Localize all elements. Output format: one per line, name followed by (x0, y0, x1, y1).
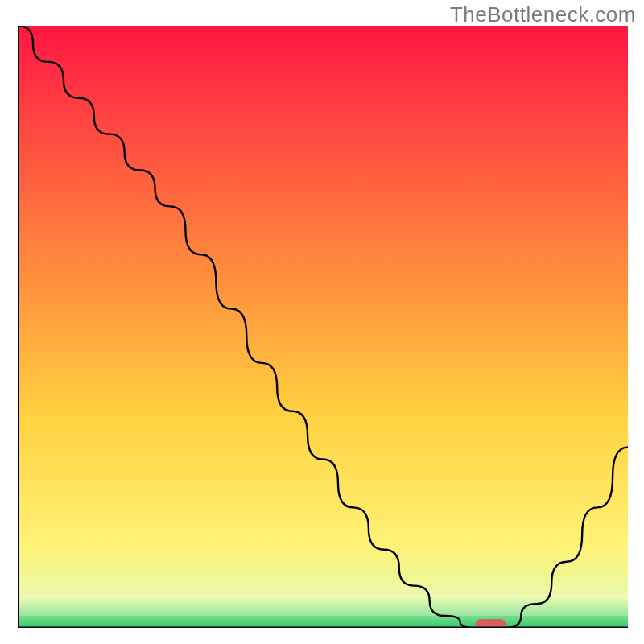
gradient-band (18, 601, 628, 609)
chart-background (18, 26, 628, 628)
gradient-band (18, 580, 628, 587)
watermark-text: TheBottleneck.com (450, 2, 636, 27)
gradient-band (18, 587, 628, 594)
chart-container: TheBottleneck.com (0, 0, 644, 644)
optimal-marker (476, 619, 506, 628)
chart-svg (18, 26, 628, 628)
gradient-band (18, 594, 628, 601)
gradient-band (18, 609, 628, 616)
plot-area (18, 26, 628, 628)
